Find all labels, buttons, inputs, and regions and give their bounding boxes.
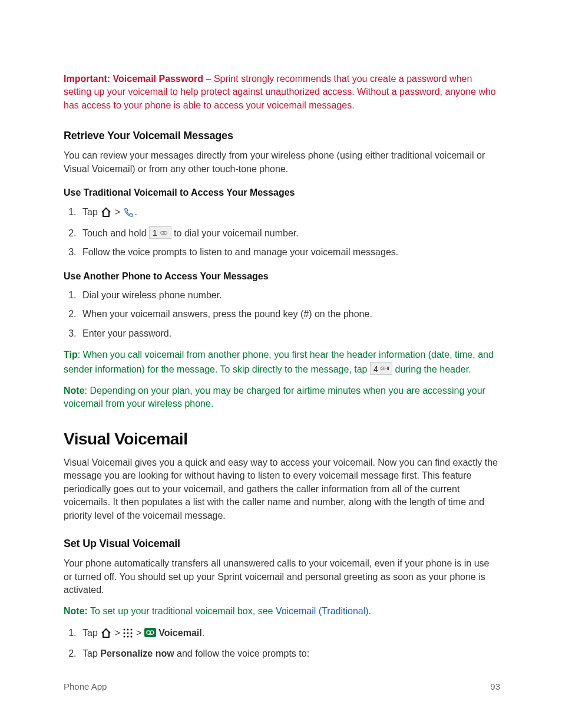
step-text: Touch and hold <box>82 228 149 238</box>
page-footer: Phone App 93 <box>64 680 500 693</box>
tip-block: Tip: When you call voicemail from anothe… <box>64 348 500 376</box>
dialpad-key-4-icon: 4 GHI <box>370 362 392 375</box>
step-text: Tap <box>82 207 100 217</box>
retrieve-intro: You can review your messages directly fr… <box>64 149 500 176</box>
home-icon <box>101 207 111 220</box>
step-text: Tap <box>82 628 100 638</box>
apps-grid-icon <box>123 628 133 641</box>
list-setup-steps: Tap > > Voicemail. Tap Personalize now a… <box>64 627 500 661</box>
heading-setup-visual: Set Up Visual Voicemail <box>64 536 500 551</box>
step-text: Tap <box>82 648 100 658</box>
voicemail-label: Voicemail <box>156 628 202 638</box>
svg-point-3 <box>127 628 129 630</box>
key-number: 1 <box>153 228 157 238</box>
note-airtime: Note: Depending on your plan, you may be… <box>64 384 500 411</box>
step-text: . <box>134 207 137 217</box>
svg-point-10 <box>131 635 133 637</box>
list-item: Touch and hold 1 to dial your voicemail … <box>79 226 500 240</box>
svg-point-12 <box>150 631 154 634</box>
heading-retrieve: Retrieve Your Voicemail Messages <box>64 129 500 143</box>
visual-intro: Visual Voicemail gives you a quick and e… <box>64 456 500 522</box>
note-body: To set up your traditional voicemail box… <box>88 606 276 616</box>
step-text: to dial your voicemail number. <box>171 228 299 238</box>
important-voicemail-password: Important: Voicemail Password – Sprint s… <box>64 73 500 112</box>
step-text: . <box>202 628 204 638</box>
heading-traditional: Use Traditional Voicemail to Access Your… <box>64 186 500 199</box>
svg-point-0 <box>160 231 163 234</box>
svg-point-8 <box>124 635 125 637</box>
note-body: : Depending on your plan, you may be cha… <box>64 386 485 409</box>
step-text: > <box>133 628 144 638</box>
setup-intro: Your phone automatically transfers all u… <box>64 557 500 597</box>
list-item: Dial your wireless phone number. <box>79 289 500 302</box>
heading-visual-voicemail: Visual Voicemail <box>64 427 500 450</box>
page-number: 93 <box>490 680 500 693</box>
list-traditional-steps: Tap > . Touch and hold 1 to dial your vo… <box>64 206 500 259</box>
list-item: Tap Personalize now and follow the voice… <box>79 647 500 660</box>
svg-point-6 <box>127 632 129 634</box>
heading-other-phone: Use Another Phone to Access Your Message… <box>64 270 500 283</box>
phone-icon <box>123 207 134 220</box>
note-lead: Note: <box>64 606 88 616</box>
svg-point-11 <box>147 631 150 634</box>
personalize-now-label: Personalize now <box>100 648 174 658</box>
key-number: 4 <box>373 364 378 374</box>
svg-point-5 <box>124 632 125 634</box>
svg-point-2 <box>124 628 125 630</box>
step-text: > <box>112 628 123 638</box>
home-icon <box>101 628 111 641</box>
note-traditional-link: Note: To set up your traditional voicema… <box>64 605 500 618</box>
step-text: > <box>112 207 123 217</box>
list-item: Tap > > Voicemail. <box>79 627 500 641</box>
svg-point-9 <box>127 635 129 637</box>
svg-point-7 <box>131 632 133 634</box>
svg-point-4 <box>131 628 133 630</box>
list-item: When your voicemail answers, press the p… <box>79 308 500 321</box>
footer-section-label: Phone App <box>64 680 107 693</box>
step-text: and follow the voice prompts to: <box>174 648 309 658</box>
document-page: Important: Voicemail Password – Sprint s… <box>0 0 562 728</box>
dialpad-key-1-icon: 1 <box>149 226 171 239</box>
tip-lead: Tip <box>64 350 78 360</box>
note-lead: Note <box>64 386 85 396</box>
note-tail: . <box>369 606 371 616</box>
list-item: Follow the voice prompts to listen to an… <box>79 246 500 259</box>
list-item: Enter your password. <box>79 327 500 340</box>
list-other-phone-steps: Dial your wireless phone number. When yo… <box>64 289 500 340</box>
voicemail-app-icon <box>144 628 156 637</box>
important-lead: Important: Voicemail Password <box>64 74 203 84</box>
list-item: Tap > . <box>79 206 500 220</box>
link-voicemail-traditional[interactable]: Voicemail (Traditional) <box>276 606 369 616</box>
key-letters: GHI <box>381 365 389 371</box>
tip-body-post: during the header. <box>392 364 471 374</box>
svg-point-1 <box>164 231 167 234</box>
